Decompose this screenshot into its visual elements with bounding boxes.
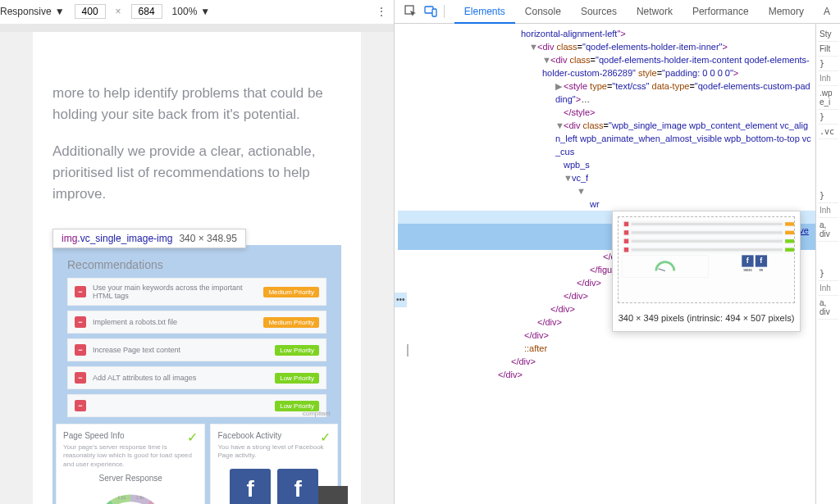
tab-memory[interactable]: Memory [759,0,814,24]
divider [444,5,445,18]
check-icon: ✓ [187,429,198,445]
scroll-to-top-button[interactable] [318,486,348,504]
svg-text:1.2s: 1.2s [118,495,126,500]
gauge-chart: 0.08s 0s 0.6s 1.2s 1.8s 2.4s 3.0s [63,488,198,504]
minus-icon: − [75,316,86,328]
facebook-icon: f [230,469,271,504]
recommendations-heading: Recommendations [52,245,341,278]
svg-line-12 [658,269,664,271]
minus-icon: − [75,372,86,384]
recommendations-card: Recommendations −Use your main keywords … [52,245,341,504]
breakpoint-gutter-icon[interactable]: ••• [395,293,407,307]
tab-performance[interactable]: Performance [682,0,759,24]
image-preview-popover: f19035 f99 340 × 349 pixels (intrinsic: … [612,211,801,332]
styles-panel[interactable]: Sty Filt } Inh .wpe_i } .vc } Inh a,div … [815,24,840,504]
element-inspect-tooltip: img.vc_single_image-img 340 × 348.95 [52,229,246,248]
chevron-down-icon: ▼ [200,6,210,17]
styles-filter[interactable]: Filt [818,42,838,57]
check-icon: ✓ [320,429,331,445]
page-speed-card: ✓ Page Speed Info Your page's server res… [56,424,205,504]
image-dimensions-caption: 340 × 349 pixels (intrinsic: 494 × 507 p… [613,308,800,331]
viewport-ruler [0,24,394,32]
page-body-text: more to help identify problems that coul… [52,83,341,206]
more-options-icon[interactable]: ⋮ [376,5,386,18]
tab-network[interactable]: Network [627,0,682,24]
viewport-height-input[interactable] [131,4,162,19]
minus-icon: − [75,286,86,297]
dom-tree[interactable]: ••• horizontal-alignment-left"> ▼<div cl… [395,24,815,504]
tab-sources[interactable]: Sources [571,0,627,24]
inspect-element-icon[interactable] [401,2,421,21]
device-toolbar: Responsive ▼ × 100% ▼ ⋮ [0,0,394,24]
page-frame: more to help identify problems that coul… [33,32,361,504]
recommendation-row: −Increase Page text contentLow Priority [67,338,326,361]
inspected-image[interactable]: img.vc_single_image-img 340 × 348.95 Rec… [52,245,341,504]
minus-icon: − [75,400,86,411]
minus-icon: − [75,344,86,356]
device-select[interactable]: Responsive ▼ [0,6,65,17]
dimension-separator: × [116,6,121,17]
tab-more[interactable]: A [814,0,840,24]
chevron-down-icon: ▼ [55,6,65,17]
tab-elements[interactable]: Elements [454,0,515,24]
styles-tab[interactable]: Sty [818,27,838,42]
svg-rect-2 [432,9,436,16]
devtools-tabs: Elements Console Sources Network Perform… [454,0,840,24]
recommendation-row: −Low Priority [67,394,326,417]
zoom-select[interactable]: 100% ▼ [172,6,211,17]
device-mode-icon[interactable] [421,2,441,21]
recommendation-row: −Implement a robots.txt fileMedium Prior… [67,311,326,334]
recommendation-row: −Use your main keywords across the impor… [67,278,326,306]
devtools-toolbar: Elements Console Sources Network Perform… [394,0,840,24]
facebook-icon: f [277,469,318,504]
tab-console[interactable]: Console [515,0,571,24]
responsive-viewport: more to help identify problems that coul… [0,24,394,504]
svg-text:1.8s: 1.8s [136,495,144,500]
viewport-width-input[interactable] [75,4,106,19]
devtools-panel: ••• horizontal-alignment-left"> ▼<div cl… [394,24,840,504]
recommendation-row: −Add ALT attributes to all imagesLow Pri… [67,366,326,389]
image-thumbnail: f19035 f99 [618,216,795,303]
